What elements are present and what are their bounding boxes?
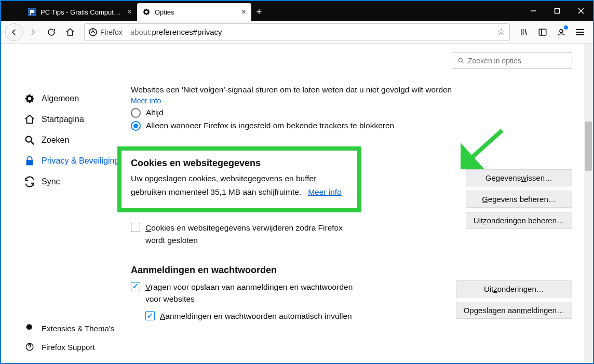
window-close-button[interactable] (569, 1, 593, 21)
library-button[interactable] (515, 23, 533, 41)
tab-label: Opties (155, 8, 237, 16)
annotation-arrow (461, 128, 507, 169)
checkbox-icon (131, 282, 140, 291)
cookies-learn-more-link[interactable]: Meer info (308, 187, 342, 196)
cookies-section: Cookies en websitegegevens Uw opgeslagen… (131, 146, 572, 246)
sidebar-item-label: Algemeen (42, 94, 79, 103)
close-icon[interactable]: × (241, 7, 246, 17)
hamburger-icon (576, 29, 584, 35)
cookies-description: Uw opgeslagen cookies, websitegegevens e… (131, 172, 348, 199)
home-button[interactable] (61, 23, 79, 41)
window-controls (521, 1, 593, 21)
checkbox-icon (145, 311, 155, 320)
sidebar-item-search[interactable]: Zoeken (24, 134, 131, 146)
sync-icon (24, 176, 35, 187)
new-tab-button[interactable]: + (251, 3, 267, 21)
svg-point-10 (458, 58, 462, 62)
svg-line-12 (467, 130, 502, 162)
sidebar-item-extensions[interactable]: Extensies & Thema's (24, 322, 114, 334)
svg-line-8 (31, 142, 34, 145)
gear-icon (24, 93, 35, 104)
svg-point-6 (560, 29, 563, 32)
sidebar-item-general[interactable]: Algemeen (24, 93, 131, 104)
tab-label: PC Tips - Gratis Computer tips (40, 8, 123, 16)
identity-label: Firefox (100, 28, 123, 36)
category-sidebar: Algemeen Startpagina Zoeken Privacy & Be… (1, 44, 131, 363)
tab-active[interactable]: Opties × (137, 3, 251, 21)
nav-toolbar: Firefox about:preferences#privacy ☆ (1, 21, 593, 44)
minimize-button[interactable] (521, 1, 545, 21)
maximize-button[interactable] (545, 1, 569, 21)
search-options-input[interactable]: Zoeken in opties (453, 52, 572, 69)
scrollbar[interactable] (584, 44, 593, 363)
sidebar-item-label: Extensies & Thema's (42, 324, 114, 333)
clear-data-button[interactable]: Gegevens wissen… (466, 169, 572, 186)
dnt-option-always[interactable]: Altijd (131, 108, 572, 118)
main-pane: Zoeken in opties Websites een 'Niet volg… (131, 44, 593, 363)
sidebar-button[interactable] (534, 23, 551, 41)
sidebar-item-label: Zoeken (42, 136, 69, 145)
lock-icon (24, 155, 35, 167)
tab-background[interactable]: PC Tips - Gratis Computer tips × (23, 3, 137, 21)
home-icon (24, 114, 35, 125)
annotation-highlight: Cookies en websitegegevens Uw opgeslagen… (117, 146, 361, 213)
dnt-section: Websites een 'Niet volgen'-signaal sture… (131, 84, 572, 131)
logins-section: Aanmeldingen en wachtwoorden Uitzonderin… (131, 265, 572, 322)
svg-rect-4 (539, 29, 546, 35)
dnt-description: Websites een 'Niet volgen'-signaal sture… (131, 84, 572, 97)
identity-box[interactable]: Firefox (89, 28, 127, 36)
favicon-pctips (28, 8, 36, 16)
back-button[interactable] (5, 23, 23, 41)
sidebar-item-privacy[interactable]: Privacy & Beveiliging (24, 155, 131, 167)
logins-heading: Aanmeldingen en wachtwoorden (131, 265, 572, 276)
scrollbar-thumb[interactable] (585, 122, 592, 171)
manage-data-button[interactable]: Gegevens beheren… (466, 191, 572, 208)
search-placeholder: Zoeken in opties (468, 57, 521, 65)
checkbox-icon (131, 223, 140, 232)
svg-rect-2 (555, 9, 560, 14)
saved-logins-button[interactable]: Opgeslagen aanmeldingen… (456, 302, 572, 319)
delete-on-close-checkbox[interactable]: Cookies en websitegegevens verwijderen z… (131, 222, 359, 246)
radio-icon (131, 108, 141, 118)
bookmark-star-icon[interactable]: ☆ (497, 26, 505, 37)
account-button[interactable] (552, 23, 570, 41)
login-exceptions-button[interactable]: Uitzonderingen… (456, 280, 572, 298)
dnt-learn-more-link[interactable]: Meer info (131, 97, 161, 105)
url-bar[interactable]: Firefox about:preferences#privacy ☆ (84, 23, 510, 41)
svg-point-7 (26, 137, 32, 142)
sidebar-item-support[interactable]: Firefox Support (24, 341, 114, 353)
radio-icon (131, 121, 141, 131)
sidebar-item-label: Privacy & Beveiliging (42, 156, 119, 166)
menu-button[interactable] (571, 23, 589, 41)
cookies-heading: Cookies en websitegegevens (131, 158, 348, 169)
forward-button[interactable] (24, 23, 42, 41)
search-icon (24, 134, 35, 146)
cookie-exceptions-button[interactable]: Uitzonderingen beheren… (466, 212, 572, 229)
dnt-option-default[interactable]: Alleen wanneer Firefox is ingesteld om b… (131, 121, 572, 131)
sidebar-item-label: Startpagina (42, 115, 84, 124)
svg-line-11 (462, 61, 464, 63)
sidebar-item-label: Firefox Support (42, 343, 95, 352)
help-icon (24, 341, 35, 353)
tab-strip: PC Tips - Gratis Computer tips × Opties … (1, 1, 593, 21)
puzzle-icon (24, 322, 35, 334)
close-icon[interactable]: × (127, 7, 132, 17)
reload-button[interactable] (43, 23, 60, 41)
sidebar-item-home[interactable]: Startpagina (24, 114, 131, 125)
sidebar-item-sync[interactable]: Sync (24, 176, 131, 187)
preferences-content: Algemeen Startpagina Zoeken Privacy & Be… (1, 44, 593, 363)
ask-save-passwords-checkbox[interactable]: Vragen voor opslaan van aanmeldingen en … (131, 281, 365, 305)
url-text: about:preferences#privacy (130, 28, 494, 36)
gear-icon (142, 8, 151, 16)
sidebar-item-label: Sync (42, 177, 60, 186)
